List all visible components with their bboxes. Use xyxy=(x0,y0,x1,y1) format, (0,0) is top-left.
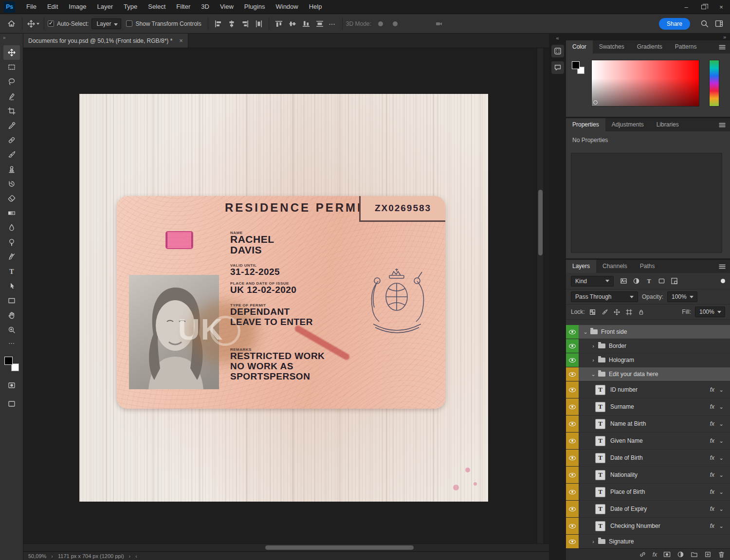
eyedropper-tool[interactable] xyxy=(3,118,20,133)
visibility-toggle[interactable] xyxy=(566,339,579,353)
search-button[interactable] xyxy=(697,17,712,31)
effects-chevron-icon[interactable]: ⌄ xyxy=(717,387,725,393)
visibility-toggle[interactable] xyxy=(566,484,579,500)
menu-plugins[interactable]: Plugins xyxy=(239,0,271,14)
visibility-toggle[interactable] xyxy=(566,535,579,548)
tab-gradients[interactable]: Gradients xyxy=(631,40,669,54)
fg-bg-color-control[interactable] xyxy=(572,61,584,74)
opacity-dropdown[interactable]: 100% xyxy=(667,291,697,302)
expand-chevron-icon[interactable]: ⌄ xyxy=(589,371,597,378)
new-group-button[interactable] xyxy=(691,551,698,558)
visibility-toggle[interactable] xyxy=(566,501,579,517)
status-chevron-left-icon[interactable]: ‹ xyxy=(135,553,137,559)
layer-effects-badge[interactable]: fx xyxy=(710,420,714,427)
foreground-color-swatch[interactable] xyxy=(572,61,580,69)
share-button[interactable]: Share xyxy=(659,18,690,30)
status-caret-icon[interactable]: › xyxy=(51,553,53,559)
layer-row-id-number[interactable]: T ID number fx⌄ xyxy=(566,381,730,398)
visibility-toggle[interactable] xyxy=(566,353,579,367)
menu-type[interactable]: Type xyxy=(118,0,143,14)
visibility-toggle[interactable] xyxy=(566,518,579,534)
layer-row-date-of-expiry[interactable]: T Date of Expiry fx⌄ xyxy=(566,501,730,518)
path-selection-tool[interactable] xyxy=(3,279,20,293)
clone-stamp-tool[interactable] xyxy=(3,162,20,177)
layer-effects-badge[interactable]: fx xyxy=(710,488,714,495)
effects-chevron-icon[interactable]: ⌄ xyxy=(717,455,725,461)
layers-panel-menu-button[interactable] xyxy=(714,260,730,273)
saturation-brightness-field[interactable] xyxy=(591,60,699,107)
lock-pixels-button[interactable] xyxy=(601,307,609,317)
menu-file[interactable]: File xyxy=(21,0,42,14)
comments-panel-button[interactable] xyxy=(551,61,564,74)
foreground-color-swatch[interactable] xyxy=(4,357,13,365)
3d-roll-button[interactable] xyxy=(389,18,402,30)
adjustment-layer-button[interactable] xyxy=(677,551,684,558)
distribute-h-button[interactable] xyxy=(253,18,265,30)
home-button[interactable] xyxy=(4,17,18,31)
link-layers-button[interactable] xyxy=(639,551,646,558)
screen-mode-button[interactable] xyxy=(3,397,20,411)
tab-patterns[interactable]: Patterns xyxy=(669,40,703,54)
toolbar-collapse-button[interactable]: » xyxy=(0,34,23,41)
align-right-button[interactable] xyxy=(239,18,252,30)
text-layer-thumbnail[interactable]: T xyxy=(595,436,605,446)
menu-window[interactable]: Window xyxy=(270,0,303,14)
tab-libraries[interactable]: Libraries xyxy=(650,118,685,131)
horizontal-scroll-thumb[interactable] xyxy=(265,545,414,550)
artboard-panel-button[interactable] xyxy=(551,45,564,57)
3d-pan-button[interactable] xyxy=(403,18,416,30)
lock-position-button[interactable] xyxy=(613,307,621,317)
color-picker-cursor[interactable] xyxy=(593,100,598,105)
text-layer-thumbnail[interactable]: T xyxy=(595,470,605,480)
effects-chevron-icon[interactable]: ⌄ xyxy=(717,472,725,478)
filter-shape-layers-button[interactable] xyxy=(656,276,667,287)
lock-artboard-button[interactable] xyxy=(625,307,634,317)
menu-help[interactable]: Help xyxy=(304,0,328,14)
visibility-toggle[interactable] xyxy=(566,450,579,466)
move-tool[interactable] xyxy=(3,45,20,60)
menu-3d[interactable]: 3D xyxy=(196,0,215,14)
color-swatches[interactable] xyxy=(4,357,19,371)
lock-transparency-button[interactable] xyxy=(588,307,597,317)
dodge-tool[interactable] xyxy=(3,235,20,250)
align-top-button[interactable] xyxy=(273,18,285,30)
distribute-v-button[interactable] xyxy=(313,18,326,30)
document-tab[interactable]: Documents for you.psd @ 50,1% (Front sid… xyxy=(23,34,188,48)
text-layer-thumbnail[interactable]: T xyxy=(595,385,605,395)
show-transform-checkbox[interactable] xyxy=(126,20,132,27)
tab-channels[interactable]: Channels xyxy=(596,260,634,273)
layer-effects-badge[interactable]: fx xyxy=(710,471,714,478)
status-chevron-right-icon[interactable]: › xyxy=(129,553,131,559)
eraser-tool[interactable] xyxy=(3,191,20,206)
crop-tool[interactable] xyxy=(3,104,20,118)
quick-mask-button[interactable] xyxy=(3,378,20,393)
effects-chevron-icon[interactable]: ⌄ xyxy=(717,489,725,495)
visibility-toggle[interactable] xyxy=(566,367,579,381)
visibility-toggle[interactable] xyxy=(566,381,579,398)
filter-adjustment-layers-button[interactable] xyxy=(630,276,642,287)
layer-row-hologram[interactable]: › Hologram xyxy=(566,353,730,367)
text-layer-thumbnail[interactable]: T xyxy=(595,419,605,429)
layer-row-edit-your-data-here[interactable]: ⌄ Edit your data here xyxy=(566,367,730,381)
minimize-button[interactable]: – xyxy=(677,0,695,14)
layer-row-name-at-birth[interactable]: T Name at Birth fx⌄ xyxy=(566,415,730,433)
tab-properties[interactable]: Properties xyxy=(566,118,605,131)
align-middle-v-button[interactable] xyxy=(286,18,299,30)
quick-selection-tool[interactable] xyxy=(3,89,20,104)
layer-effects-badge[interactable]: fx xyxy=(710,437,714,444)
layer-row-nationality[interactable]: T Nationality fx⌄ xyxy=(566,467,730,484)
text-layer-thumbnail[interactable]: T xyxy=(595,504,605,514)
visibility-toggle[interactable] xyxy=(566,325,579,339)
menu-filter[interactable]: Filter xyxy=(171,0,196,14)
expand-chevron-icon[interactable]: ⌄ xyxy=(582,329,589,335)
menu-layer[interactable]: Layer xyxy=(92,0,119,14)
align-bottom-button[interactable] xyxy=(300,18,312,30)
layer-row-date-of-birth[interactable]: T Date of Birth fx⌄ xyxy=(566,450,730,467)
vertical-scroll-thumb[interactable] xyxy=(538,190,543,255)
menu-select[interactable]: Select xyxy=(143,0,171,14)
tab-swatches[interactable]: Swatches xyxy=(593,40,631,54)
blur-tool[interactable] xyxy=(3,220,20,235)
tab-layers[interactable]: Layers xyxy=(566,260,596,273)
menu-edit[interactable]: Edit xyxy=(42,0,63,14)
text-layer-thumbnail[interactable]: T xyxy=(595,453,605,463)
